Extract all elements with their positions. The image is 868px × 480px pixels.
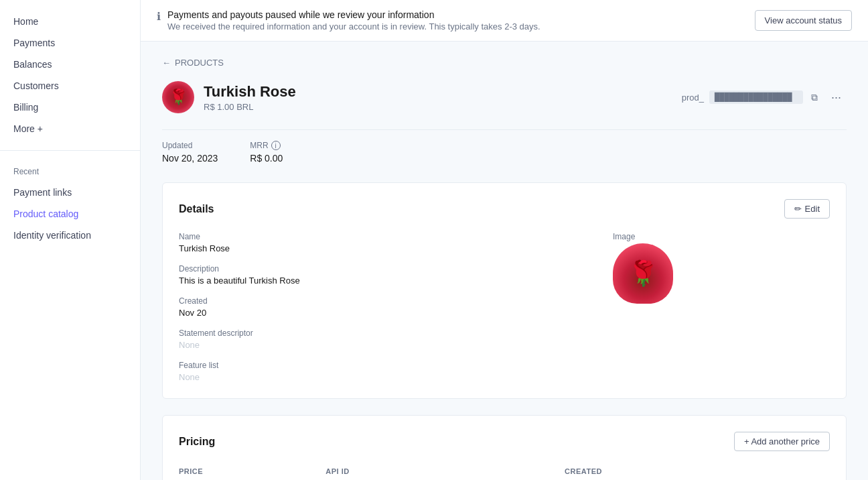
product-name: Turkish Rose [204, 83, 296, 101]
detail-description-label: Description [179, 264, 396, 274]
detail-feature-list: Feature list None [179, 361, 396, 382]
product-more-button[interactable]: ··· [826, 88, 847, 107]
detail-image-container: Image 🌹 [613, 232, 830, 304]
view-account-button[interactable]: View account status [755, 10, 852, 31]
recent-label: Recent [0, 162, 140, 182]
mrr-info-icon[interactable]: i [271, 141, 281, 150]
edit-button[interactable]: ✏ Edit [784, 199, 830, 219]
detail-statement-label: Statement descriptor [179, 328, 396, 338]
stat-updated: Updated Nov 20, 2023 [162, 141, 218, 164]
sidebar: Home Payments Balances Customers Billing… [0, 0, 141, 480]
detail-image-label: Image [613, 232, 830, 241]
sidebar-item-home[interactable]: Home [0, 11, 140, 32]
sidebar-item-more[interactable]: More + [0, 118, 140, 139]
stats-row: Updated Nov 20, 2023 MRR i R$ 0.00 [162, 141, 847, 164]
breadcrumb-label: PRODUCTS [175, 58, 224, 68]
detail-created: Created Nov 20 [179, 296, 396, 318]
col-api-id: API ID [326, 462, 565, 480]
main-content: ℹ Payments and payouts paused while we r… [141, 0, 868, 480]
product-divider [162, 129, 847, 130]
detail-description: Description This is a beautiful Turkish … [179, 264, 396, 286]
sidebar-item-payment-links[interactable]: Payment links [0, 182, 140, 203]
details-col-1: Name Turkish Rose Description This is a … [179, 232, 396, 382]
pricing-table-header-row: PRICE API ID CREATED [179, 462, 830, 480]
product-price-subheading: R$ 1.00 BRL [204, 102, 296, 112]
details-col-2 [396, 232, 613, 382]
stat-mrr-value: R$ 0.00 [250, 153, 283, 164]
details-col-3: Image 🌹 [613, 232, 830, 382]
info-icon: ℹ [157, 10, 161, 23]
page-content: ← PRODUCTS 🌹 Turkish Rose R$ 1.00 BRL pr… [141, 42, 868, 480]
detail-created-value: Nov 20 [179, 308, 396, 318]
sidebar-item-identity-verification[interactable]: Identity verification [0, 225, 140, 246]
col-created: CREATED [565, 462, 622, 480]
stat-mrr: MRR i R$ 0.00 [250, 141, 283, 164]
detail-name-value: Turkish Rose [179, 243, 396, 253]
review-banner: ℹ Payments and payouts paused while we r… [141, 0, 868, 42]
pricing-section: Pricing + Add another price PRICE API ID… [162, 415, 847, 480]
detail-description-value: This is a beautiful Turkish Rose [179, 276, 396, 286]
sidebar-item-customers[interactable]: Customers [0, 75, 140, 97]
product-header-left: 🌹 Turkish Rose R$ 1.00 BRL [162, 81, 296, 113]
sidebar-divider [0, 150, 140, 151]
detail-statement: Statement descriptor None [179, 328, 396, 350]
col-price: PRICE [179, 462, 326, 480]
sidebar-item-product-catalog[interactable]: Product catalog [0, 203, 140, 225]
banner-text: Payments and payouts paused while we rev… [167, 9, 540, 32]
add-price-button[interactable]: + Add another price [734, 432, 830, 451]
product-image-small: 🌹 [162, 81, 194, 113]
product-info: Turkish Rose R$ 1.00 BRL [204, 83, 296, 112]
pricing-header: Pricing + Add another price [179, 432, 830, 451]
pricing-table: PRICE API ID CREATED R$ 1.00 BRL Default [179, 462, 830, 480]
breadcrumb[interactable]: ← PRODUCTS [162, 58, 847, 68]
sidebar-item-payments[interactable]: Payments [0, 32, 140, 54]
product-id-area: prod_ ████████████████ ⧉ ··· [682, 88, 847, 107]
details-section: Details ✏ Edit Name Turkish Rose Descrip… [162, 182, 847, 399]
copy-product-id-button[interactable]: ⧉ [808, 91, 820, 105]
product-id-label: prod_ [682, 93, 704, 103]
sidebar-item-balances[interactable]: Balances [0, 54, 140, 75]
product-id-value: ████████████████ [709, 91, 803, 104]
banner-subtitle: We received the required information and… [167, 21, 540, 32]
sidebar-item-billing[interactable]: Billing [0, 97, 140, 118]
detail-statement-value: None [179, 340, 396, 350]
details-header: Details ✏ Edit [179, 199, 830, 219]
detail-name-label: Name [179, 232, 396, 241]
arrow-annotation [790, 478, 830, 481]
stat-updated-value: Nov 20, 2023 [162, 153, 218, 164]
detail-created-label: Created [179, 296, 396, 306]
stat-mrr-label: MRR i [250, 141, 283, 150]
product-detail-image: 🌹 [613, 243, 673, 304]
details-title: Details [179, 203, 214, 215]
pencil-icon: ✏ [794, 204, 802, 214]
product-header: 🌹 Turkish Rose R$ 1.00 BRL prod_ ███████… [162, 81, 847, 113]
pricing-title: Pricing [179, 436, 215, 448]
banner-title: Payments and payouts paused while we rev… [167, 9, 540, 20]
detail-feature-value: None [179, 372, 396, 382]
stat-updated-label: Updated [162, 141, 218, 150]
banner-left: ℹ Payments and payouts paused while we r… [157, 9, 540, 32]
back-arrow-icon: ← [162, 58, 171, 68]
details-grid: Name Turkish Rose Description This is a … [179, 232, 830, 382]
detail-feature-label: Feature list [179, 361, 396, 370]
detail-name: Name Turkish Rose [179, 232, 396, 253]
